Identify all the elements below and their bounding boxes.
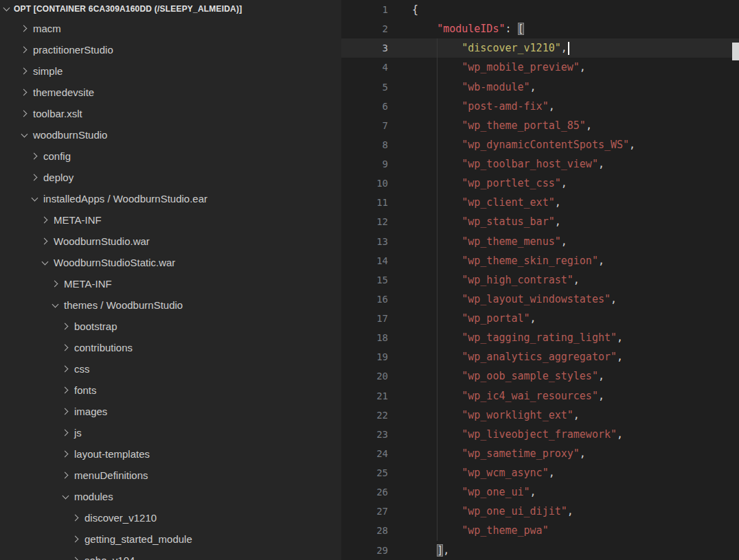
chevron-right-icon[interactable] [19,66,30,77]
code-line-9[interactable]: 9 "wp_toolbar_host_view", [341,154,739,174]
code-line-27[interactable]: 27 "wp_one_ui_dijit", [341,502,739,521]
line-number: 22 [341,410,388,421]
tree-item-config[interactable]: config [0,145,341,167]
tree-item-discover-v1210[interactable]: discover_v1210 [0,507,341,528]
chevron-right-icon[interactable] [70,555,81,560]
chevron-down-icon[interactable] [19,130,30,141]
chevron-right-icon[interactable] [70,513,81,524]
chevron-down-icon[interactable] [60,491,71,502]
tree-item-label: images [74,406,107,417]
code-line-10[interactable]: 10 "wp_portlet_css", [341,174,739,193]
code-line-13[interactable]: 13 "wp_theme_menus", [341,232,739,251]
code-line-15[interactable]: 15 "wp_high_contrast", [341,270,739,290]
code-line-19[interactable]: 19 "wp_analytics_aggregator", [341,347,739,366]
tree-item-woodburnstudio[interactable]: woodburnStudio [0,124,341,145]
tree-item-macm[interactable]: macm [0,18,341,39]
code-line-12[interactable]: 12 "wp_status_bar", [341,212,739,231]
code-text: "wp_portlet_css", [412,177,567,189]
code-line-11[interactable]: 11 "wp_client_ext", [341,193,739,212]
chevron-right-icon[interactable] [60,449,71,460]
code-text: ], [412,544,449,557]
tree-item-css[interactable]: css [0,358,341,380]
tree-item-getting-started-module[interactable]: getting_started_module [0,528,341,550]
chevron-right-icon[interactable] [29,172,40,183]
code-line-18[interactable]: 18 "wp_tagging_rating_light", [341,328,739,347]
tree-item-images[interactable]: images [0,401,341,422]
tree-item-meta-inf[interactable]: META-INF [0,209,341,231]
chevron-right-icon[interactable] [70,534,81,545]
scrollbar-thumb[interactable] [732,43,739,60]
code-editor-window: OPT [CONTAINER 6CA309A160DD (/SLEEPY_ALM… [0,0,739,560]
tree-item-label: macm [33,23,61,34]
chevron-right-icon[interactable] [19,23,30,34]
tree-item-woodburnstudio-war[interactable]: WoodburnStudio.war [0,231,341,252]
chevron-down-icon[interactable] [1,3,12,14]
code-line-2[interactable]: 2 "moduleIDs": [ [341,19,739,38]
chevron-right-icon[interactable] [60,364,71,375]
code-line-25[interactable]: 25 "wp_wcm_async", [341,463,739,482]
tree-item-themes-woodburnstudio[interactable]: themes / WoodburnStudio [0,294,341,316]
code-area[interactable]: 1{2 "moduleIDs": [3 "discover_v1210",4 "… [341,0,739,560]
tree-item-menudefinitions[interactable]: menuDefinitions [0,465,341,486]
chevron-right-icon[interactable] [39,236,50,247]
explorer-section-header[interactable]: OPT [CONTAINER 6CA309A160DD (/SLEEPY_ALM… [0,0,341,18]
code-line-5[interactable]: 5 "wb-module", [341,78,739,97]
explorer-panel: OPT [CONTAINER 6CA309A160DD (/SLEEPY_ALM… [0,0,341,560]
line-number: 18 [341,332,388,343]
tree-item-contributions[interactable]: contributions [0,337,341,358]
tree-item-simple[interactable]: simple [0,60,341,82]
chevron-down-icon[interactable] [39,257,50,268]
chevron-right-icon[interactable] [49,279,60,290]
chevron-right-icon[interactable] [19,45,30,56]
chevron-down-icon[interactable] [49,300,60,311]
code-line-24[interactable]: 24 "wp_sametime_proxy", [341,444,739,463]
tree-item-label: config [43,150,71,162]
tree-item-fonts[interactable]: fonts [0,380,341,401]
code-line-22[interactable]: 22 "wp_worklight_ext", [341,406,739,425]
chevron-right-icon[interactable] [60,470,71,481]
chevron-right-icon[interactable] [29,151,40,162]
tree-item-themedevsite[interactable]: themedevsite [0,82,341,103]
tree-item-installedapps-woodburnstudio-ear[interactable]: installedApps / WoodburnStudio.ear [0,188,341,209]
tree-item-label: META-INF [64,278,112,290]
code-line-17[interactable]: 17 "wp_portal", [341,309,739,328]
code-line-28[interactable]: 28 "wp_theme_pwa" [341,521,739,540]
chevron-right-icon[interactable] [60,321,71,332]
chevron-down-icon[interactable] [29,194,40,205]
code-line-16[interactable]: 16 "wp_layout_windowstates", [341,290,739,309]
line-number: 5 [341,82,388,93]
code-line-14[interactable]: 14 "wp_theme_skin_region", [341,251,739,270]
code-line-7[interactable]: 7 "wp_theme_portal_85", [341,116,739,135]
chevron-right-icon[interactable] [39,215,50,226]
line-number: 23 [341,429,388,440]
code-text: "wp_mobile_preview", [412,61,586,73]
chevron-right-icon[interactable] [60,385,71,396]
code-line-29[interactable]: 29 ], [341,541,739,560]
chevron-right-icon[interactable] [19,108,30,119]
code-line-21[interactable]: 21 "wp_ic4_wai_resources", [341,386,739,406]
tree-item-toolbar-xslt[interactable]: toolbar.xslt [0,103,341,124]
code-line-3[interactable]: 3 "discover_v1210", [341,38,739,58]
tree-item-modules[interactable]: modules [0,486,341,507]
tree-item-bootstrap[interactable]: bootstrap [0,316,341,337]
tree-item-meta-inf[interactable]: META-INF [0,273,341,294]
tree-item-soho-v104[interactable]: soho_v104 [0,550,341,560]
tree-item-woodburnstudiostatic-war[interactable]: WoodburnStudioStatic.war [0,252,341,273]
code-line-1[interactable]: 1{ [341,0,739,19]
tree-item-practitionerstudio[interactable]: practitionerStudio [0,39,341,60]
editor-pane[interactable]: 1{2 "moduleIDs": [3 "discover_v1210",4 "… [341,0,739,560]
tree-item-deploy[interactable]: deploy [0,167,341,188]
code-line-6[interactable]: 6 "post-amd-fix", [341,97,739,116]
code-line-23[interactable]: 23 "wp_liveobject_framework", [341,425,739,444]
code-line-26[interactable]: 26 "wp_one_ui", [341,482,739,502]
code-line-4[interactable]: 4 "wp_mobile_preview", [341,58,739,77]
code-line-20[interactable]: 20 "wp_oob_sample_styles", [341,366,739,386]
tree-item-js[interactable]: js [0,422,341,443]
code-line-8[interactable]: 8 "wp_dynamicContentSpots_WS", [341,135,739,154]
chevron-right-icon[interactable] [60,342,71,353]
tree-item-layout-templates[interactable]: layout-templates [0,443,341,465]
chevron-right-icon[interactable] [60,406,71,417]
chevron-right-icon[interactable] [60,428,71,439]
line-number: 3 [341,43,388,54]
chevron-right-icon[interactable] [19,87,30,98]
